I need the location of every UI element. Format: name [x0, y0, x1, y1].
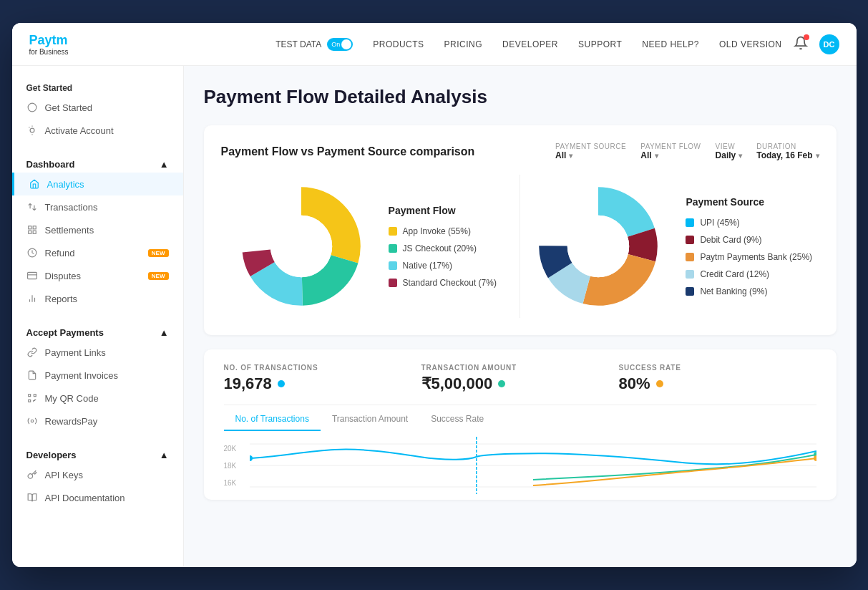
- payment-flow-filter[interactable]: Payment Flow All: [640, 142, 701, 160]
- sidebar-item-api-docs[interactable]: API Documentation: [12, 486, 183, 509]
- sidebar-label: Analytics: [47, 179, 84, 190]
- main-content: Payment Flow Detailed Analysis Payment F…: [184, 66, 857, 567]
- nav-need-help[interactable]: NEED HELP?: [642, 39, 699, 49]
- grid-icon: [26, 224, 38, 236]
- nav-icons: DC: [794, 34, 839, 54]
- nav-old-version[interactable]: OLD VERSION: [719, 39, 782, 49]
- arrows-icon: [26, 201, 38, 213]
- legend-color-dot: [686, 253, 694, 261]
- settings-icon: [26, 415, 38, 427]
- svg-rect-16: [34, 395, 36, 397]
- tab-amount[interactable]: Transaction Amount: [321, 408, 419, 431]
- y-label: 20K: [224, 445, 250, 453]
- dashboard-section-header: Dashboard ▲: [12, 150, 183, 173]
- clock-icon: [26, 247, 38, 258]
- user-avatar[interactable]: DC: [819, 34, 839, 54]
- sidebar-item-rewardspay[interactable]: RewardsPay: [12, 410, 183, 432]
- bar-icon: [26, 293, 38, 304]
- nav-pricing[interactable]: PRICING: [444, 39, 483, 49]
- duration-value: Today, 16 Feb: [756, 150, 819, 160]
- sidebar-label: Settlements: [45, 225, 94, 236]
- legend-item: Credit Card (12%): [686, 269, 812, 279]
- stat-amount-label: TRANSACTION AMOUNT: [421, 364, 619, 372]
- test-data-label: TEST DATA: [275, 39, 321, 49]
- payment-source-chart-area: Payment Source UPI (45%) Debit Card (9%): [527, 175, 819, 318]
- stat-success-value: 80%: [619, 374, 816, 393]
- stat-success-label: SUCCESS RATE: [619, 364, 816, 372]
- nav-products[interactable]: PRODUCTS: [373, 39, 424, 49]
- legend-label: Paytm Payments Bank (25%): [700, 252, 812, 262]
- developers-title: Developers: [26, 450, 77, 460]
- logo: Paytm for Business: [29, 33, 69, 56]
- legend-item: JS Checkout (20%): [389, 243, 497, 253]
- toggle-switch[interactable]: On: [327, 38, 353, 51]
- legend-title: Payment Flow: [389, 205, 497, 216]
- disputes-badge: NEW: [148, 272, 169, 280]
- sidebar-item-reports[interactable]: Reports: [12, 287, 183, 310]
- nav-developer[interactable]: DEVELOPER: [502, 39, 558, 49]
- sidebar-item-disputes[interactable]: Disputes NEW: [12, 264, 183, 287]
- svg-rect-6: [33, 226, 36, 229]
- sidebar-label: Get Started: [45, 102, 92, 113]
- circle-icon: [26, 102, 38, 113]
- sidebar-label: Payment Invoices: [45, 370, 119, 381]
- sidebar-item-activate[interactable]: Activate Account: [12, 119, 183, 142]
- legend-item: UPI (45%): [686, 218, 812, 228]
- duration-filter[interactable]: DURATION Today, 16 Feb: [756, 142, 819, 160]
- test-data-toggle[interactable]: TEST DATA On: [275, 38, 353, 51]
- view-filter[interactable]: View Daily: [716, 142, 743, 160]
- svg-rect-8: [33, 231, 36, 233]
- sidebar-item-refund[interactable]: Refund NEW: [12, 241, 183, 264]
- payment-source-value: All: [555, 150, 626, 160]
- sidebar-item-settlements[interactable]: Settlements: [12, 218, 183, 241]
- sidebar-accept-payments-section: Accept Payments ▲ Payment Links Paymen: [12, 319, 183, 432]
- svg-line-4: [29, 127, 29, 127]
- tab-transactions[interactable]: No. of Transactions: [224, 408, 321, 431]
- sidebar-item-payment-links[interactable]: Payment Links: [12, 341, 183, 364]
- sidebar-item-payment-invoices[interactable]: Payment Invoices: [12, 364, 183, 387]
- view-value: Daily: [716, 150, 743, 160]
- sidebar-label: API Keys: [45, 470, 83, 480]
- legend-label: Credit Card (12%): [700, 269, 769, 279]
- y-label: 16K: [224, 479, 250, 487]
- sidebar-item-qr[interactable]: My QR Code: [12, 387, 183, 410]
- card-icon: [26, 270, 38, 281]
- payment-source-label: Payment Source: [555, 142, 626, 150]
- notifications-bell[interactable]: [794, 36, 808, 53]
- svg-rect-17: [28, 400, 30, 402]
- legend-label: Native (17%): [403, 261, 452, 271]
- chevron-up-icon: ▲: [160, 159, 169, 170]
- y-axis-labels: 20K 18K 16K: [224, 437, 250, 494]
- house-icon: [29, 178, 40, 190]
- payment-source-filter[interactable]: Payment Source All: [555, 142, 626, 160]
- sidebar-item-api-keys[interactable]: API Keys: [12, 463, 183, 486]
- stats-row: NO. OF TRANSACTIONS 19,678 TRANSACTION A…: [224, 364, 816, 405]
- sidebar-get-started-section: Get Started Get Started Activate Account: [12, 77, 183, 142]
- svg-point-36: [814, 455, 816, 461]
- view-label: View: [716, 142, 743, 150]
- sidebar-item-transactions[interactable]: Transactions: [12, 195, 183, 218]
- sidebar-label: My QR Code: [45, 393, 99, 404]
- svg-point-1: [30, 128, 34, 132]
- sidebar-item-analytics[interactable]: Analytics: [12, 173, 183, 195]
- sidebar-developers-section: Developers ▲ API Keys API Documentatio: [12, 441, 183, 509]
- legend-label: UPI (45%): [700, 218, 739, 228]
- nav-support[interactable]: SUPPORT: [578, 39, 622, 49]
- filters: Payment Source All Payment Flow All View…: [555, 142, 819, 160]
- refund-badge: NEW: [148, 249, 169, 257]
- payment-flow-label: Payment Flow: [640, 142, 701, 150]
- legend-color-dot: [389, 244, 397, 253]
- sidebar-item-get-started[interactable]: Get Started: [12, 96, 183, 119]
- legend-label: Standard Checkout (7%): [403, 278, 497, 288]
- stat-dot: [278, 380, 285, 387]
- legend-label: Debit Card (9%): [700, 235, 761, 245]
- stat-amount-value: ₹5,00,000: [421, 374, 619, 393]
- stats-card: NO. OF TRANSACTIONS 19,678 TRANSACTION A…: [204, 349, 837, 500]
- svg-rect-15: [28, 395, 30, 397]
- payment-source-donut: [534, 182, 663, 311]
- sidebar-label: Payment Links: [45, 347, 106, 358]
- svg-point-29: [567, 216, 629, 277]
- legend-color-dot: [389, 227, 397, 236]
- tab-success[interactable]: Success Rate: [419, 408, 495, 431]
- nav-items: TEST DATA On PRODUCTS PRICING DEVELOPER …: [275, 38, 781, 51]
